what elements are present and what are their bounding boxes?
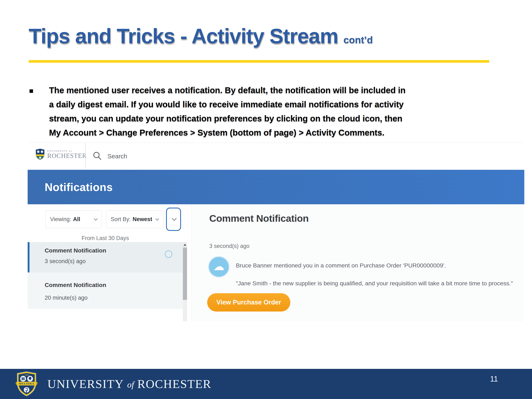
unread-indicator-icon[interactable] xyxy=(165,250,172,258)
selected-indicator-bar xyxy=(28,242,30,272)
collapse-panel-button[interactable] xyxy=(166,208,181,231)
date-range-text: From Last 30 Days xyxy=(28,235,183,241)
list-scrollbar[interactable] xyxy=(183,242,187,321)
list-item-title: Comment Notification xyxy=(45,247,106,254)
workday-screenshot: UNIVERSITY of ROCHESTER Search Notificat… xyxy=(28,143,524,321)
list-item[interactable]: Comment Notification 20 minute(s) ago xyxy=(28,272,183,309)
search-icon xyxy=(93,151,102,161)
footer-wordmark: UNIVERSITY of ROCHESTER xyxy=(47,369,211,399)
chevron-down-icon xyxy=(94,217,97,221)
list-item-time: 20 minute(s) ago xyxy=(45,294,88,301)
page-title-text: Tips and Tricks - Activity Stream xyxy=(29,24,338,48)
list-item-selected[interactable]: Comment Notification 3 second(s) ago xyxy=(28,242,183,272)
notifications-body: Viewing: All Sort By: Newest From Last 3… xyxy=(28,204,524,321)
chevron-down-icon xyxy=(155,217,159,221)
search-placeholder: Search xyxy=(108,153,127,160)
viewing-dropdown[interactable]: Viewing: All xyxy=(45,210,102,228)
slide: Tips and Tricks - Activity Streamcont’d … xyxy=(0,0,532,399)
app-header: UNIVERSITY of ROCHESTER Search xyxy=(28,143,524,170)
detail-message: Bruce Banner mentioned you in a comment … xyxy=(236,262,446,269)
rochester-shield-icon xyxy=(35,148,45,161)
list-item-title: Comment Notification xyxy=(45,282,106,288)
notifications-banner: Notifications xyxy=(28,170,524,204)
search-input[interactable]: Search xyxy=(93,151,127,161)
footer-university-text: UNIVERSITY xyxy=(47,377,124,391)
notification-detail-panel: Comment Notification 3 second(s) ago ☁ B… xyxy=(192,204,524,321)
sort-by-value: Newest xyxy=(133,216,152,222)
list-item-time: 3 second(s) ago xyxy=(45,258,86,265)
bullet-icon xyxy=(30,89,33,93)
detail-title: Comment Notification xyxy=(209,213,309,224)
footer-of-text: of xyxy=(127,380,134,390)
crest-year-text: 1850 xyxy=(25,374,29,376)
chevron-down-icon xyxy=(172,216,177,221)
page-title: Tips and Tricks - Activity Streamcont’d xyxy=(29,24,373,48)
page-title-suffix: cont’d xyxy=(343,34,373,45)
bullet-line: My Account > Change Preferences > System… xyxy=(49,126,506,140)
page-number: 11 xyxy=(490,375,498,383)
crest-motto-text: MELIORA xyxy=(19,382,34,385)
viewing-value: All xyxy=(73,216,80,222)
avatar: ☁ xyxy=(208,256,229,278)
detail-quote: "Jane Smith - the new supplier is being … xyxy=(236,280,513,287)
logo-rochester-text: ROCHESTER xyxy=(47,152,87,160)
view-purchase-order-button[interactable]: View Purchase Order xyxy=(207,293,290,311)
footer-rochester-text: ROCHESTER xyxy=(137,377,211,391)
scrollbar-thumb[interactable] xyxy=(183,247,187,300)
bullet-paragraph: The mentioned user receives a notificati… xyxy=(49,83,506,140)
cloud-icon: ☁ xyxy=(213,261,224,272)
bullet-line: The mentioned user receives a notificati… xyxy=(49,83,506,97)
title-underline xyxy=(29,60,489,63)
notification-list: Comment Notification 3 second(s) ago Com… xyxy=(28,242,183,309)
notifications-list-panel: Viewing: All Sort By: Newest From Last 3… xyxy=(28,204,192,321)
detail-timestamp: 3 second(s) ago xyxy=(209,243,250,249)
university-crest-icon: 1850 MELIORA xyxy=(15,371,38,398)
viewing-label: Viewing: xyxy=(50,216,71,222)
notifications-title: Notifications xyxy=(45,181,113,193)
bullet-line: stream, you can update your notification… xyxy=(49,111,506,126)
sort-by-label: Sort By: xyxy=(111,216,131,222)
logo-university-text: UNIVERSITY of xyxy=(47,150,87,152)
scroll-up-icon[interactable] xyxy=(184,244,186,246)
footer-bar: 1850 MELIORA UNIVERSITY of ROCHESTER 11 xyxy=(0,369,532,399)
header-divider xyxy=(85,143,86,167)
bullet-line: a daily digest email. If you would like … xyxy=(49,97,506,111)
rochester-logo[interactable]: UNIVERSITY of ROCHESTER xyxy=(35,148,87,161)
sort-by-dropdown[interactable]: Sort By: Newest xyxy=(106,210,163,228)
